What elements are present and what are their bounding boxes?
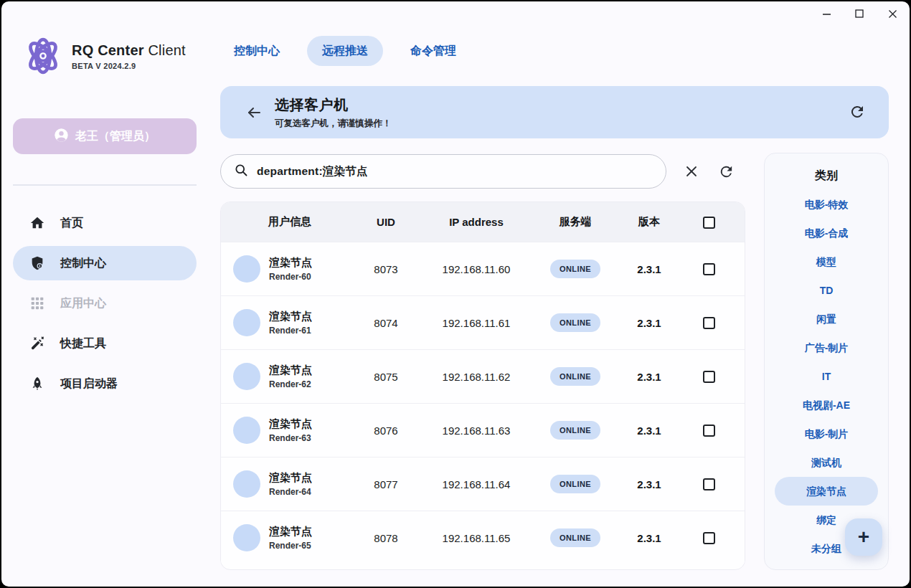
client-name: 渲染节点 [269,256,312,270]
home-icon [29,214,46,232]
client-uid: 8074 [346,317,425,329]
client-version: 2.3.1 [623,263,675,275]
status-badge: ONLINE [550,528,600,547]
row-checkbox[interactable] [703,317,715,329]
category-item[interactable]: 电影-制片 [775,419,878,448]
table-row[interactable]: 渲染节点 Render-60 8073 192.168.11.60 ONLINE… [221,242,745,295]
category-item[interactable]: 测试机 [775,448,878,477]
client-version: 2.3.1 [623,532,675,544]
status-badge: ONLINE [550,260,600,278]
add-category-button[interactable]: + [845,518,882,556]
category-item[interactable]: IT [775,362,878,391]
sidebar-item-label: 快捷工具 [60,336,106,351]
client-ip: 192.168.11.61 [425,317,527,329]
app-window: RQ Center Client BETA V 2024.2.9 控制中心 远程… [1,1,910,587]
client-version: 2.3.1 [623,478,675,490]
clear-x-icon[interactable] [682,162,701,181]
client-name: 渲染节点 [269,364,312,377]
client-name: 渲染节点 [269,417,312,431]
search-input[interactable] [257,165,630,178]
select-all-checkbox[interactable] [703,217,715,229]
wand-icon [29,335,46,352]
shield-icon [29,255,46,272]
row-checkbox[interactable] [703,425,715,437]
category-panel: 类别 电影-特效 电影-合成 模型 TD 闲置 广告-制片 IT 电视剧-AE … [764,153,889,570]
row-checkbox[interactable] [703,371,715,383]
category-item[interactable]: 模型 [775,247,878,276]
app-title: RQ Center Client [72,42,186,59]
category-item[interactable]: 电影-特效 [775,190,878,219]
col-server: 服务端 [527,215,623,229]
tab-control-center[interactable]: 控制中心 [234,36,280,66]
client-ip: 192.168.11.60 [425,263,527,275]
category-item[interactable]: 闲置 [775,305,878,333]
refresh-icon[interactable] [849,103,867,122]
client-hostname: Render-62 [269,379,312,389]
category-item-active[interactable]: 渲染节点 [775,477,878,506]
category-item[interactable]: TD [775,276,878,305]
sidebar-item-label: 项目启动器 [60,376,118,392]
user-icon [54,128,69,146]
avatar [233,524,260,551]
row-checkbox[interactable] [703,478,715,490]
close-icon[interactable] [882,4,902,23]
client-hostname: Render-60 [269,272,312,282]
avatar [233,255,260,283]
sidebar-item-control-center[interactable]: 控制中心 [13,246,197,280]
tab-command-manage[interactable]: 命令管理 [410,36,456,66]
back-arrow-icon[interactable] [243,102,265,123]
table-row[interactable]: 渲染节点 Render-61 8074 192.168.11.61 ONLINE… [221,295,745,349]
client-version: 2.3.1 [623,371,675,383]
client-version: 2.3.1 [623,317,675,329]
avatar [233,363,260,390]
client-version: 2.3.1 [623,425,675,437]
client-name: 渲染节点 [269,310,312,323]
app-logo: RQ Center Client BETA V 2024.2.9 [22,34,186,77]
client-uid: 8073 [346,263,425,275]
sidebar-nav: 首页 控制中心 应用中心 [13,206,197,407]
grid-icon [29,295,46,312]
row-checkbox[interactable] [703,532,715,544]
category-item[interactable]: 广告-制片 [775,333,878,362]
table-row[interactable]: 渲染节点 Render-62 8075 192.168.11.62 ONLINE… [221,349,745,403]
minimize-icon[interactable] [816,4,836,23]
client-hostname: Render-63 [269,433,312,443]
sidebar-item-project-launcher[interactable]: 项目启动器 [13,366,197,401]
sidebar-item-label: 首页 [60,216,83,231]
avatar [233,309,260,336]
client-ip: 192.168.11.64 [425,478,527,490]
table-row[interactable]: 渲染节点 Render-65 8078 192.168.11.65 ONLINE… [221,511,745,564]
user-badge[interactable]: 老王（管理员） [13,118,197,154]
rocket-icon [29,375,46,392]
sidebar-item-app-center: 应用中心 [13,286,197,321]
category-item[interactable]: 电影-合成 [775,219,878,247]
client-name: 渲染节点 [269,471,312,485]
maximize-icon[interactable] [849,4,869,23]
sidebar-divider [13,184,197,186]
col-uid: UID [346,216,425,228]
status-badge: ONLINE [550,313,600,332]
col-version: 版本 [623,215,675,229]
table-row[interactable]: 渲染节点 Render-63 8076 192.168.11.63 ONLINE… [221,403,745,457]
category-title: 类别 [765,169,888,184]
refresh-icon[interactable] [717,162,735,181]
client-uid: 8077 [346,478,425,490]
sidebar-item-quick-tools[interactable]: 快捷工具 [13,326,197,361]
row-checkbox[interactable] [703,263,715,275]
status-badge: ONLINE [550,421,600,440]
status-badge: ONLINE [550,475,600,493]
tab-remote-push[interactable]: 远程推送 [307,36,383,66]
table-row[interactable]: 渲染节点 Render-64 8077 192.168.11.64 ONLINE… [221,457,745,511]
category-item[interactable]: 电视剧-AE [775,391,878,419]
page-title: 选择客户机 [275,95,392,115]
window-controls [816,4,902,23]
select-client-banner: 选择客户机 可复选客户机，请谨慎操作！ [220,86,889,138]
avatar [233,470,260,498]
client-hostname: Render-65 [269,541,312,551]
category-list: 电影-特效 电影-合成 模型 TD 闲置 广告-制片 IT 电视剧-AE 电影-… [765,190,888,563]
search-box[interactable] [220,154,666,189]
client-uid: 8078 [346,532,425,544]
search-icon [234,163,248,180]
client-hostname: Render-64 [269,487,312,497]
sidebar-item-home[interactable]: 首页 [13,206,197,240]
